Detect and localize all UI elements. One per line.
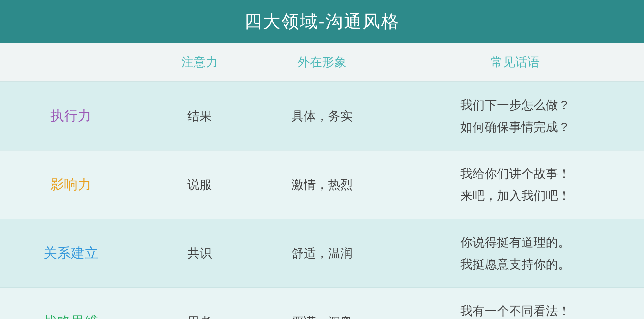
col-header-attention: 注意力 bbox=[142, 43, 258, 82]
page-container: 四大领域-沟通风格 注意力 外在形象 常见话语 执行力 bbox=[0, 0, 644, 319]
table-row: 执行力 结果 具体，务实 我们下一步怎么做？ 如何确保事情完成？ bbox=[0, 82, 644, 150]
row-phrases-2: 你说得挺有道理的。 我挺愿意支持你的。 bbox=[386, 219, 644, 288]
row-label-0: 执行力 bbox=[0, 82, 142, 150]
row-phrases-1: 我给你们讲个故事！ 来吧，加入我们吧！ bbox=[386, 150, 644, 219]
row-attention-1: 说服 bbox=[142, 150, 258, 219]
row-label-2: 关系建立 bbox=[0, 219, 142, 288]
row-label-1: 影响力 bbox=[0, 150, 142, 219]
col-header-label bbox=[0, 43, 142, 82]
phrase1-1: 我给你们讲个故事！ bbox=[396, 163, 634, 185]
row-image-3: 严谨，深奥 bbox=[258, 288, 386, 319]
row-phrases-0: 我们下一步怎么做？ 如何确保事情完成？ bbox=[386, 82, 644, 150]
phrase1-2: 你说得挺有道理的。 bbox=[396, 231, 634, 253]
main-table: 注意力 外在形象 常见话语 执行力 结果 具体，务实 我们下一步怎么做？ 如何确… bbox=[0, 43, 644, 319]
phrase1-3: 我有一个不同看法！ bbox=[396, 300, 634, 319]
column-header-row: 注意力 外在形象 常见话语 bbox=[0, 43, 644, 82]
row-image-0: 具体，务实 bbox=[258, 82, 386, 150]
row-label-3: 战略思维 bbox=[0, 288, 142, 319]
phrase1-0: 我们下一步怎么做？ bbox=[396, 94, 634, 116]
row-image-2: 舒适，温润 bbox=[258, 219, 386, 288]
row-attention-3: 思考 bbox=[142, 288, 258, 319]
row-phrases-3: 我有一个不同看法！ 我的思路是这样的。 bbox=[386, 288, 644, 319]
row-attention-2: 共识 bbox=[142, 219, 258, 288]
col-header-image: 外在形象 bbox=[258, 43, 386, 82]
page-header: 四大领域-沟通风格 bbox=[0, 0, 644, 43]
table-row: 战略思维 思考 严谨，深奥 我有一个不同看法！ 我的思路是这样的。 bbox=[0, 288, 644, 319]
table-container: 注意力 外在形象 常见话语 执行力 结果 具体，务实 我们下一步怎么做？ 如何确… bbox=[0, 43, 644, 319]
phrase2-1: 来吧，加入我们吧！ bbox=[396, 185, 634, 207]
row-image-1: 激情，热烈 bbox=[258, 150, 386, 219]
col-header-phrases: 常见话语 bbox=[386, 43, 644, 82]
table-row: 影响力 说服 激情，热烈 我给你们讲个故事！ 来吧，加入我们吧！ bbox=[0, 150, 644, 219]
phrase2-0: 如何确保事情完成？ bbox=[396, 116, 634, 138]
page-title: 四大领域-沟通风格 bbox=[244, 10, 400, 33]
table-row: 关系建立 共识 舒适，温润 你说得挺有道理的。 我挺愿意支持你的。 bbox=[0, 219, 644, 288]
phrase2-2: 我挺愿意支持你的。 bbox=[396, 253, 634, 275]
row-attention-0: 结果 bbox=[142, 82, 258, 150]
